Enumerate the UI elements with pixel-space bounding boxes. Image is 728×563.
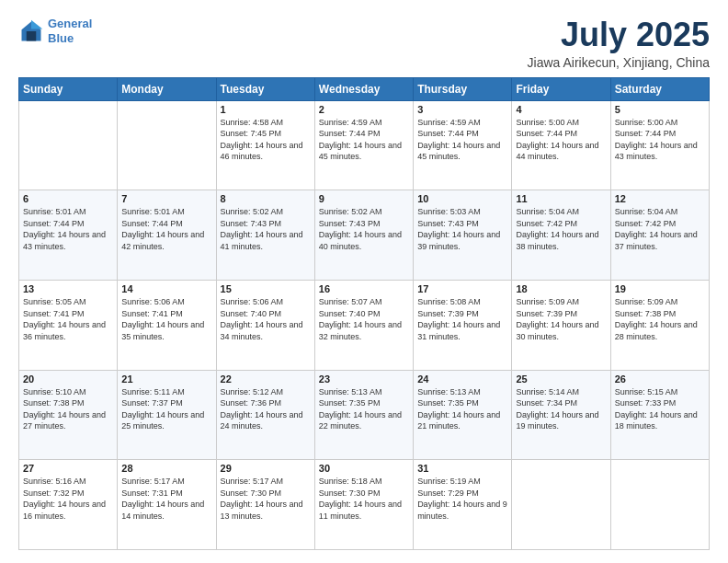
day-number: 27 xyxy=(23,463,113,474)
calendar-cell-4-5 xyxy=(512,460,610,550)
cell-info: Sunrise: 4:59 AM Sunset: 7:44 PM Dayligh… xyxy=(417,117,507,163)
calendar-cell-3-3: 23Sunrise: 5:13 AM Sunset: 7:35 PM Dayli… xyxy=(314,370,413,460)
calendar-cell-3-1: 21Sunrise: 5:11 AM Sunset: 7:37 PM Dayli… xyxy=(118,370,216,460)
logo-line1: General xyxy=(48,17,92,30)
day-number: 12 xyxy=(615,193,705,204)
cell-info: Sunrise: 5:01 AM Sunset: 7:44 PM Dayligh… xyxy=(23,206,113,252)
cell-info: Sunrise: 5:02 AM Sunset: 7:43 PM Dayligh… xyxy=(319,206,409,252)
calendar-cell-4-4: 31Sunrise: 5:19 AM Sunset: 7:29 PM Dayli… xyxy=(414,460,512,550)
cell-info: Sunrise: 5:19 AM Sunset: 7:29 PM Dayligh… xyxy=(417,476,507,522)
page: General Blue July 2025 Jiawa Airikecun, … xyxy=(0,0,728,563)
cell-info: Sunrise: 5:00 AM Sunset: 7:44 PM Dayligh… xyxy=(615,117,705,163)
day-number: 5 xyxy=(615,104,705,115)
col-sunday: Sunday xyxy=(19,77,118,100)
cell-info: Sunrise: 5:06 AM Sunset: 7:41 PM Dayligh… xyxy=(121,296,211,342)
cell-info: Sunrise: 5:13 AM Sunset: 7:35 PM Dayligh… xyxy=(417,386,507,432)
cell-info: Sunrise: 5:11 AM Sunset: 7:37 PM Dayligh… xyxy=(121,386,211,432)
calendar-cell-0-5: 4Sunrise: 5:00 AM Sunset: 7:44 PM Daylig… xyxy=(512,100,610,190)
cell-info: Sunrise: 5:01 AM Sunset: 7:44 PM Dayligh… xyxy=(121,206,211,252)
calendar-cell-0-6: 5Sunrise: 5:00 AM Sunset: 7:44 PM Daylig… xyxy=(610,100,709,190)
day-number: 7 xyxy=(121,193,211,204)
day-number: 19 xyxy=(615,283,705,294)
day-number: 6 xyxy=(23,193,113,204)
main-title: July 2025 xyxy=(528,17,710,53)
calendar-cell-4-3: 30Sunrise: 5:18 AM Sunset: 7:30 PM Dayli… xyxy=(314,460,413,550)
calendar-cell-1-5: 11Sunrise: 5:04 AM Sunset: 7:42 PM Dayli… xyxy=(512,190,610,281)
day-number: 1 xyxy=(221,104,311,115)
calendar-cell-4-1: 28Sunrise: 5:17 AM Sunset: 7:31 PM Dayli… xyxy=(118,460,216,550)
cell-info: Sunrise: 5:03 AM Sunset: 7:43 PM Dayligh… xyxy=(417,206,507,252)
week-row-1: 6Sunrise: 5:01 AM Sunset: 7:44 PM Daylig… xyxy=(19,190,710,281)
cell-info: Sunrise: 5:00 AM Sunset: 7:44 PM Dayligh… xyxy=(516,117,606,163)
cell-info: Sunrise: 5:13 AM Sunset: 7:35 PM Dayligh… xyxy=(319,386,409,432)
cell-info: Sunrise: 5:14 AM Sunset: 7:34 PM Dayligh… xyxy=(516,386,606,432)
col-tuesday: Tuesday xyxy=(216,77,314,100)
logo-line2: Blue xyxy=(48,31,74,45)
cell-info: Sunrise: 5:02 AM Sunset: 7:43 PM Dayligh… xyxy=(221,206,311,252)
day-number: 13 xyxy=(23,283,113,294)
calendar-cell-0-2: 1Sunrise: 4:58 AM Sunset: 7:45 PM Daylig… xyxy=(216,100,314,190)
cell-info: Sunrise: 5:06 AM Sunset: 7:40 PM Dayligh… xyxy=(221,296,311,342)
day-number: 14 xyxy=(121,283,211,294)
cell-info: Sunrise: 5:07 AM Sunset: 7:40 PM Dayligh… xyxy=(319,296,409,342)
logo-icon xyxy=(18,18,44,44)
cell-info: Sunrise: 4:59 AM Sunset: 7:44 PM Dayligh… xyxy=(319,117,409,163)
calendar-cell-1-4: 10Sunrise: 5:03 AM Sunset: 7:43 PM Dayli… xyxy=(414,190,512,281)
calendar-cell-2-0: 13Sunrise: 5:05 AM Sunset: 7:41 PM Dayli… xyxy=(19,280,118,370)
calendar-cell-1-1: 7Sunrise: 5:01 AM Sunset: 7:44 PM Daylig… xyxy=(118,190,216,281)
cell-info: Sunrise: 5:17 AM Sunset: 7:31 PM Dayligh… xyxy=(121,476,211,522)
svg-marker-1 xyxy=(31,19,42,29)
day-number: 11 xyxy=(516,193,606,204)
calendar-table: Sunday Monday Tuesday Wednesday Thursday… xyxy=(18,77,710,550)
calendar-cell-2-3: 16Sunrise: 5:07 AM Sunset: 7:40 PM Dayli… xyxy=(314,280,413,370)
day-number: 30 xyxy=(319,463,409,474)
day-number: 26 xyxy=(615,373,705,385)
day-number: 15 xyxy=(221,283,311,294)
day-number: 29 xyxy=(221,463,311,474)
day-number: 17 xyxy=(417,283,507,294)
calendar-cell-4-6 xyxy=(610,460,709,550)
day-number: 18 xyxy=(516,283,606,294)
day-number: 28 xyxy=(121,463,211,474)
day-number: 2 xyxy=(319,104,409,115)
title-block: July 2025 Jiawa Airikecun, Xinjiang, Chi… xyxy=(528,17,710,70)
subtitle: Jiawa Airikecun, Xinjiang, China xyxy=(528,55,710,70)
calendar-header-row: Sunday Monday Tuesday Wednesday Thursday… xyxy=(19,77,710,100)
day-number: 8 xyxy=(221,193,311,204)
cell-info: Sunrise: 5:18 AM Sunset: 7:30 PM Dayligh… xyxy=(319,476,409,522)
day-number: 24 xyxy=(417,373,507,385)
day-number: 31 xyxy=(417,463,507,474)
week-row-0: 1Sunrise: 4:58 AM Sunset: 7:45 PM Daylig… xyxy=(19,100,710,190)
calendar-cell-1-0: 6Sunrise: 5:01 AM Sunset: 7:44 PM Daylig… xyxy=(19,190,118,281)
day-number: 20 xyxy=(23,373,113,385)
cell-info: Sunrise: 5:08 AM Sunset: 7:39 PM Dayligh… xyxy=(417,296,507,342)
col-thursday: Thursday xyxy=(414,77,512,100)
day-number: 16 xyxy=(319,283,409,294)
cell-info: Sunrise: 5:16 AM Sunset: 7:32 PM Dayligh… xyxy=(23,476,113,522)
cell-info: Sunrise: 4:58 AM Sunset: 7:45 PM Dayligh… xyxy=(221,117,311,163)
calendar-cell-2-2: 15Sunrise: 5:06 AM Sunset: 7:40 PM Dayli… xyxy=(216,280,314,370)
cell-info: Sunrise: 5:17 AM Sunset: 7:30 PM Dayligh… xyxy=(221,476,311,522)
col-monday: Monday xyxy=(118,77,216,100)
day-number: 9 xyxy=(319,193,409,204)
calendar-cell-0-1 xyxy=(118,100,216,190)
calendar-cell-2-1: 14Sunrise: 5:06 AM Sunset: 7:41 PM Dayli… xyxy=(118,280,216,370)
calendar-cell-3-6: 26Sunrise: 5:15 AM Sunset: 7:33 PM Dayli… xyxy=(610,370,709,460)
svg-rect-2 xyxy=(27,31,37,41)
day-number: 3 xyxy=(417,104,507,115)
calendar-cell-2-5: 18Sunrise: 5:09 AM Sunset: 7:39 PM Dayli… xyxy=(512,280,610,370)
week-row-3: 20Sunrise: 5:10 AM Sunset: 7:38 PM Dayli… xyxy=(19,370,710,460)
cell-info: Sunrise: 5:04 AM Sunset: 7:42 PM Dayligh… xyxy=(615,206,705,252)
calendar-cell-1-6: 12Sunrise: 5:04 AM Sunset: 7:42 PM Dayli… xyxy=(610,190,709,281)
calendar-cell-3-0: 20Sunrise: 5:10 AM Sunset: 7:38 PM Dayli… xyxy=(19,370,118,460)
calendar-cell-0-3: 2Sunrise: 4:59 AM Sunset: 7:44 PM Daylig… xyxy=(314,100,413,190)
cell-info: Sunrise: 5:12 AM Sunset: 7:36 PM Dayligh… xyxy=(221,386,311,432)
calendar-cell-3-4: 24Sunrise: 5:13 AM Sunset: 7:35 PM Dayli… xyxy=(414,370,512,460)
calendar-cell-2-4: 17Sunrise: 5:08 AM Sunset: 7:39 PM Dayli… xyxy=(414,280,512,370)
day-number: 22 xyxy=(221,373,311,385)
calendar-cell-0-0 xyxy=(19,100,118,190)
day-number: 10 xyxy=(417,193,507,204)
col-wednesday: Wednesday xyxy=(314,77,413,100)
cell-info: Sunrise: 5:05 AM Sunset: 7:41 PM Dayligh… xyxy=(23,296,113,342)
logo-text: General Blue xyxy=(48,17,92,45)
